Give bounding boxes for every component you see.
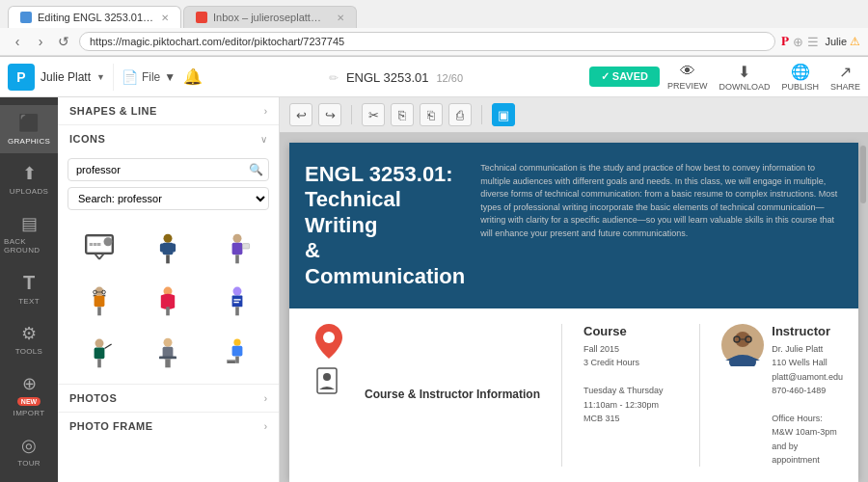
canvas-scroll[interactable]: ENGL 3253.01:Technical Writing& Communic… [280, 133, 868, 482]
sidebar-item-tools[interactable]: ⚙ TOOLS [0, 315, 58, 363]
download-button[interactable]: ⬇ DOWNLOAD [719, 63, 770, 92]
forward-button[interactable]: › [31, 32, 50, 51]
back-button[interactable]: ‹ [8, 32, 27, 51]
info-description: Technical communication is the study and… [480, 162, 843, 289]
toolbar-separator-2 [481, 105, 482, 124]
search-box: 🔍 [68, 158, 269, 181]
search-dropdown[interactable]: Search: professor [68, 187, 269, 210]
url-bar[interactable]: https://magic.piktochart.com/editor/pikt… [79, 32, 775, 51]
svg-rect-18 [94, 296, 104, 308]
select-button[interactable]: ▣ [492, 103, 515, 126]
undo-button[interactable]: ↩ [289, 103, 312, 126]
piktochart-logo[interactable]: P [8, 64, 35, 91]
svg-rect-32 [97, 359, 101, 367]
publish-icon: 🌐 [791, 63, 810, 81]
icons-header[interactable]: ICONS ∨ [58, 125, 279, 152]
sidebar-item-background[interactable]: ▤ BACK GROUND [0, 205, 58, 262]
publish-button[interactable]: 🌐 PUBLISH [781, 63, 819, 92]
svg-point-43 [323, 332, 335, 343]
tab-active[interactable]: Editing ENGL 3253.01 | Pi... ✕ [8, 6, 181, 28]
text-icon: T [23, 272, 35, 294]
search-input[interactable] [68, 158, 269, 181]
professor-female-icon [150, 283, 185, 318]
paste-button[interactable]: ⎗ [420, 103, 443, 126]
user-chip: Julie ⚠ [825, 35, 860, 48]
info-header: ENGL 3253.01:Technical Writing& Communic… [289, 143, 858, 308]
tools-icon: ⚙ [21, 323, 37, 344]
svg-rect-29 [234, 302, 239, 303]
svg-point-45 [323, 373, 331, 381]
shapes-header[interactable]: SHAPES & LINE › [58, 97, 279, 124]
sidebar-item-graphics[interactable]: ⬛ GRAPHICS [0, 105, 58, 153]
delete-button[interactable]: ⎙ [448, 103, 472, 126]
icon-grid: ≡≡≡ [58, 218, 279, 384]
svg-point-38 [234, 339, 241, 346]
share-label: SHARE [830, 82, 860, 92]
photo-frame-chevron-icon: › [264, 421, 267, 432]
canvas-scrollbar[interactable] [860, 146, 866, 203]
tab-favicon [20, 12, 32, 23]
icon-cell-6[interactable] [205, 278, 269, 324]
svg-rect-40 [235, 357, 239, 363]
user-warning-icon: ⚠ [850, 35, 860, 48]
username-dropdown-icon[interactable]: ▼ [96, 72, 105, 82]
icon-cell-8[interactable] [137, 330, 201, 376]
tab-inactive[interactable]: Inbox – julieroseplatt@gm... ✕ [183, 6, 357, 28]
professor-laptop-icon [220, 335, 255, 370]
svg-point-25 [233, 287, 242, 296]
sidebar-item-import[interactable]: ⊕ NEW IMPORT [0, 365, 58, 425]
icon-cell-4[interactable] [68, 278, 131, 324]
photos-section[interactable]: PHOTOS › [58, 385, 279, 413]
app-main: ⬛ GRAPHICS ⬆ UPLOADS ▤ BACK GROUND T TEX… [0, 97, 868, 482]
instructor-details: Instructor Dr. Julie Platt110 Wells Hall… [772, 324, 843, 468]
cut-button[interactable]: ✂ [362, 103, 385, 126]
ext-icon1[interactable]: ⊕ [793, 35, 803, 49]
doc-title[interactable]: ENGL 3253.01 [346, 70, 429, 85]
redo-button[interactable]: ↪ [318, 103, 341, 126]
photo-frame-section[interactable]: PHOTO FRAME › [58, 413, 279, 440]
tab-close-inactive[interactable]: ✕ [337, 13, 344, 23]
pinterest-icon[interactable]: 𝐏 [781, 34, 789, 49]
info-title-section: ENGL 3253.01:Technical Writing& Communic… [305, 162, 465, 289]
canvas-toolbar: ↩ ↪ ✂ ⎘ ⎗ ⎙ ▣ [280, 97, 868, 133]
saved-label: ✓ SAVED [601, 70, 648, 83]
instructor-avatar-icon [721, 324, 764, 366]
search-icon[interactable]: 🔍 [249, 163, 263, 176]
sidebar-item-graphics-label: GRAPHICS [8, 137, 50, 146]
photos-chevron-icon: › [264, 393, 267, 404]
section-divider-2 [699, 324, 700, 468]
sidebar-item-text[interactable]: T TEXT [0, 264, 58, 313]
preview-button[interactable]: 👁 PREVIEW [667, 63, 708, 91]
svg-rect-41 [227, 362, 235, 363]
download-label: DOWNLOAD [719, 82, 770, 92]
icon-cell-3[interactable] [205, 226, 269, 272]
refresh-button[interactable]: ↺ [54, 32, 73, 51]
file-menu-button[interactable]: 📄 File ▼ [122, 69, 176, 85]
icons-title: ICONS [69, 133, 105, 145]
course-instructor-label: Course & Instructor Information [365, 388, 540, 403]
svg-rect-39 [232, 346, 243, 357]
icon-cell-2[interactable] [137, 226, 201, 272]
bell-icon[interactable]: 🔔 [183, 67, 203, 86]
icon-cell-7[interactable] [68, 330, 131, 376]
icon-cell-5[interactable] [137, 278, 201, 324]
tab-close-active[interactable]: ✕ [161, 13, 169, 23]
sidebar-item-tour[interactable]: ◎ TOUR [0, 427, 58, 475]
sidebar-item-tools-label: TOOLS [15, 347, 42, 356]
ext-icon2[interactable]: ☰ [807, 35, 819, 49]
course-instructor-section: Course & Instructor Information Course F… [289, 308, 858, 482]
sidebar-item-uploads[interactable]: ⬆ UPLOADS [0, 155, 58, 203]
saved-badge: ✓ SAVED [589, 67, 660, 87]
instructor-info: Dr. Julie Platt110 Wells Hallplatt@uamon… [772, 342, 843, 468]
svg-rect-14 [243, 244, 250, 249]
download-icon: ⬇ [738, 63, 750, 81]
icon-cell-9[interactable] [205, 330, 269, 376]
icon-cell-1[interactable]: ≡≡≡ [68, 226, 131, 272]
share-button[interactable]: ↗ SHARE [830, 63, 860, 92]
professor-pointer-icon [82, 335, 117, 370]
icons-chevron-icon: ∨ [260, 134, 267, 145]
tab-favicon-gmail [196, 12, 207, 23]
sidebar-item-help[interactable]: ? HELP [0, 477, 58, 482]
svg-rect-10 [172, 244, 176, 253]
copy-button[interactable]: ⎘ [391, 103, 414, 126]
